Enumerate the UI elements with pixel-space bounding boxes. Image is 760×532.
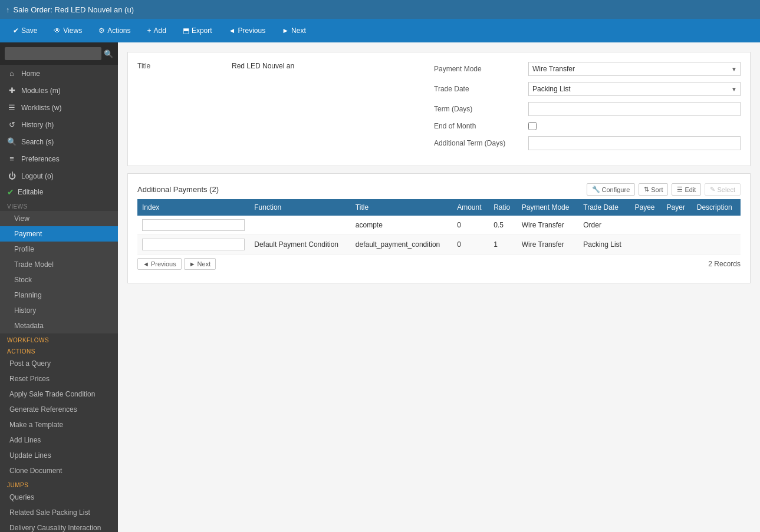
table-next-button[interactable]: ► Next bbox=[184, 258, 216, 270]
logout-icon: ⏻ bbox=[7, 171, 17, 180]
search-bar: 🔍 bbox=[0, 42, 118, 65]
col-trade-date[interactable]: Trade Date bbox=[578, 199, 630, 216]
sidebar-action-apply-sale-trade[interactable]: Apply Sale Trade Condition bbox=[0, 386, 118, 402]
sidebar-item-planning[interactable]: Planning bbox=[0, 288, 118, 303]
sidebar-action-generate-refs[interactable]: Generate References bbox=[0, 402, 118, 417]
edit-icon: ☰ bbox=[677, 186, 683, 193]
table-previous-button[interactable]: ◄ Previous bbox=[137, 258, 182, 270]
sidebar-action-update-lines[interactable]: Update Lines bbox=[0, 448, 118, 463]
additional-term-label: Additional Term (Days) bbox=[434, 139, 528, 147]
views-items: View Payment Profile Trade Model Stock P… bbox=[0, 211, 118, 333]
table-next-icon: ► bbox=[189, 260, 196, 267]
col-payee[interactable]: Payee bbox=[630, 199, 662, 216]
index-input[interactable] bbox=[142, 219, 245, 231]
title-value: Red LED Nouvel an bbox=[232, 62, 294, 70]
sidebar-jump-delivery-causality[interactable]: Delivery Causality Interaction ... bbox=[0, 520, 118, 532]
actions-items: Post a Query Reset Prices Apply Sale Tra… bbox=[0, 356, 118, 478]
views-icon: 👁 bbox=[54, 27, 61, 35]
sidebar-item-payment[interactable]: Payment bbox=[0, 226, 118, 242]
sidebar-jump-packing-list[interactable]: Related Sale Packing List bbox=[0, 505, 118, 520]
col-amount[interactable]: Amount bbox=[452, 199, 489, 216]
cell-function: Default Payment Condition bbox=[249, 235, 351, 255]
term-days-input[interactable] bbox=[528, 102, 741, 116]
section-actions: 🔧 Configure ⇅ Sort ☰ Edit ✎ Select bbox=[587, 183, 741, 196]
sort-button[interactable]: ⇅ Sort bbox=[639, 183, 668, 196]
col-function[interactable]: Function bbox=[249, 199, 351, 216]
select-button[interactable]: ✎ Select bbox=[705, 183, 741, 196]
add-icon: + bbox=[147, 27, 152, 35]
actions-button[interactable]: ⚙ Actions bbox=[91, 24, 137, 38]
search-input[interactable] bbox=[5, 47, 101, 60]
end-of-month-checkbox[interactable] bbox=[528, 122, 537, 130]
col-description[interactable]: Description bbox=[692, 199, 741, 216]
main-layout: 🔍 ⌂ Home ✚ Modules (m) ☰ Worklists (w) ↺… bbox=[0, 42, 760, 532]
cell-trade-date: Packing List bbox=[578, 235, 630, 255]
end-of-month-label: End of Month bbox=[434, 122, 528, 130]
title-row: Title Red LED Nouvel an bbox=[137, 62, 410, 70]
views-button[interactable]: 👁 Views bbox=[47, 24, 89, 38]
sidebar-item-metadata[interactable]: Metadata bbox=[0, 318, 118, 333]
breadcrumb-up-icon: ↑ bbox=[6, 5, 10, 14]
sidebar-item-trade-model[interactable]: Trade Model bbox=[0, 257, 118, 272]
sidebar-action-make-template[interactable]: Make a Template bbox=[0, 417, 118, 432]
search-icon[interactable]: 🔍 bbox=[104, 49, 113, 58]
col-ratio[interactable]: Ratio bbox=[489, 199, 517, 216]
save-icon: ✔ bbox=[13, 27, 19, 35]
additional-term-input[interactable] bbox=[528, 136, 741, 150]
sidebar-item-worklists[interactable]: ☰ Worklists (w) bbox=[0, 99, 118, 116]
table-row: Default Payment Condition default_paymen… bbox=[137, 235, 741, 255]
payment-mode-select[interactable]: Wire Transfer Check Cash bbox=[528, 62, 741, 76]
cell-amount: 0 bbox=[452, 235, 489, 255]
configure-button[interactable]: 🔧 Configure bbox=[587, 183, 636, 196]
workflows-section-label: WORKFLOWS bbox=[0, 333, 118, 345]
sidebar-item-profile[interactable]: Profile bbox=[0, 242, 118, 257]
section-header: Additional Payments (2) 🔧 Configure ⇅ So… bbox=[137, 183, 741, 196]
form-section: Title Red LED Nouvel an Payment Mode Wir… bbox=[127, 52, 751, 166]
sidebar-action-clone-doc[interactable]: Clone Document bbox=[0, 463, 118, 478]
sidebar-item-search[interactable]: 🔍 Search (s) bbox=[0, 133, 118, 150]
search-nav-icon: 🔍 bbox=[7, 137, 17, 146]
cell-description bbox=[692, 235, 741, 255]
additional-payments-section: Additional Payments (2) 🔧 Configure ⇅ So… bbox=[127, 173, 751, 283]
end-of-month-row: End of Month bbox=[434, 122, 741, 130]
views-section-label: VIEWS bbox=[0, 200, 118, 211]
sidebar-item-logout[interactable]: ⏻ Logout (o) bbox=[0, 167, 118, 184]
col-index[interactable]: Index bbox=[137, 199, 249, 216]
next-icon: ► bbox=[282, 27, 289, 35]
worklists-icon: ☰ bbox=[7, 103, 17, 112]
sidebar-item-history-view[interactable]: History bbox=[0, 303, 118, 318]
sidebar-action-post-query[interactable]: Post a Query bbox=[0, 356, 118, 371]
col-payer[interactable]: Payer bbox=[662, 199, 692, 216]
table-prev-icon: ◄ bbox=[143, 260, 149, 267]
pagination-buttons: ◄ Previous ► Next bbox=[137, 258, 216, 270]
sidebar-jump-queries[interactable]: Queries bbox=[0, 490, 118, 505]
index-input[interactable] bbox=[142, 239, 245, 250]
cell-ratio: 1 bbox=[489, 235, 517, 255]
col-payment-mode[interactable]: Payment Mode bbox=[517, 199, 579, 216]
payment-mode-label: Payment Mode bbox=[434, 65, 528, 73]
edit-button[interactable]: ☰ Edit bbox=[672, 183, 701, 196]
sidebar-item-view[interactable]: View bbox=[0, 211, 118, 226]
sidebar-item-modules[interactable]: ✚ Modules (m) bbox=[0, 82, 118, 99]
sidebar-item-preferences[interactable]: ≡ Preferences bbox=[0, 150, 118, 167]
trade-date-label: Trade Date bbox=[434, 85, 528, 93]
trade-date-select[interactable]: Packing List Order Delivery bbox=[528, 82, 741, 96]
add-button[interactable]: + Add bbox=[140, 24, 173, 38]
next-button[interactable]: ► Next bbox=[275, 24, 313, 38]
editable-item[interactable]: ✔ Editable bbox=[0, 184, 118, 200]
col-title[interactable]: Title bbox=[351, 199, 452, 216]
export-button[interactable]: ⬒ Export bbox=[176, 24, 219, 38]
save-button[interactable]: ✔ Save bbox=[6, 24, 44, 38]
sidebar-item-history[interactable]: ↺ History (h) bbox=[0, 116, 118, 133]
cell-payee bbox=[630, 235, 662, 255]
sidebar-action-add-lines[interactable]: Add Lines bbox=[0, 432, 118, 448]
sidebar-item-stock[interactable]: Stock bbox=[0, 272, 118, 288]
trade-date-row: Trade Date Packing List Order Delivery ▼ bbox=[434, 82, 741, 96]
previous-button[interactable]: ◄ Previous bbox=[222, 24, 273, 38]
sidebar-action-reset-prices[interactable]: Reset Prices bbox=[0, 371, 118, 386]
sidebar-item-home[interactable]: ⌂ Home bbox=[0, 65, 118, 82]
actions-icon: ⚙ bbox=[98, 27, 105, 35]
left-col: Title Red LED Nouvel an bbox=[137, 62, 410, 156]
term-days-row: Term (Days) bbox=[434, 102, 741, 116]
payment-mode-row: Payment Mode Wire Transfer Check Cash ▼ bbox=[434, 62, 741, 76]
